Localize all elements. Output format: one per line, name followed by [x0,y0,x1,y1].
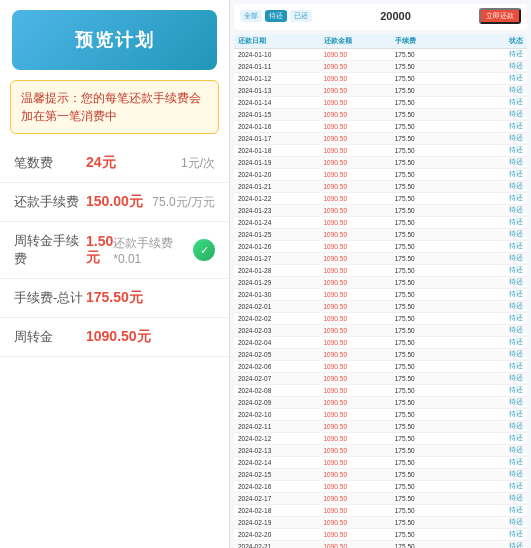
table-cell: 1090.50 [324,99,395,106]
table-cell: 待还 [466,470,523,479]
table-cell: 待还 [466,134,523,143]
table-cell: 待还 [466,110,523,119]
table-cell: 175.50 [395,183,466,190]
table-cell: 2024-01-26 [238,243,324,250]
data-table: 还款日期还款金额手续费状态 2024-01-101090.50175.50待还2… [234,34,527,548]
table-cell: 待还 [466,350,523,359]
table-cell: 1090.50 [324,435,395,442]
table-row: 2024-01-141090.50175.50待还 [234,97,527,109]
table-cell: 175.50 [395,375,466,382]
table-cell: 2024-02-01 [238,303,324,310]
table-cell: 1090.50 [324,543,395,548]
table-cell: 175.50 [395,435,466,442]
table-row: 2024-02-211090.50175.50待还 [234,541,527,548]
table-cell: 175.50 [395,291,466,298]
table-cell: 1090.50 [324,279,395,286]
table-cell: 2024-01-24 [238,219,324,226]
tab-已还[interactable]: 已还 [290,10,312,22]
table-cell: 待还 [466,254,523,263]
fee-unit: 1元/次 [181,155,215,172]
table-cell: 2024-01-22 [238,195,324,202]
table-cell: 2024-01-25 [238,231,324,238]
table-row: 2024-02-091090.50175.50待还 [234,397,527,409]
table-row: 2024-02-021090.50175.50待还 [234,313,527,325]
table-cell: 待还 [466,518,523,527]
table-row: 2024-01-191090.50175.50待还 [234,157,527,169]
table-cell: 2024-01-19 [238,159,324,166]
table-cell: 1090.50 [324,291,395,298]
table-cell: 待还 [466,290,523,299]
table-cell: 待还 [466,386,523,395]
table-cell: 1090.50 [324,327,395,334]
table-row: 2024-01-131090.50175.50待还 [234,85,527,97]
right-panel: 全部待还已还 20000 立即还款 还款日期还款金额手续费状态 2024-01-… [230,0,531,548]
table-cell: 175.50 [395,279,466,286]
plan-button[interactable]: 预览计划 [12,10,217,70]
table-cell: 175.50 [395,231,466,238]
table-cell: 待还 [466,398,523,407]
table-cell: 待还 [466,494,523,503]
table-cell: 1090.50 [324,267,395,274]
left-panel: 预览计划 温馨提示：您的每笔还款手续费会加在第一笔消费中 笔数费24元1元/次还… [0,0,230,548]
table-cell: 2024-02-20 [238,531,324,538]
fee-value: 1.50元 [86,233,113,267]
fee-row: 笔数费24元1元/次 [0,144,229,183]
table-cell: 待还 [466,434,523,443]
table-cell: 1090.50 [324,339,395,346]
table-cell: 175.50 [395,327,466,334]
table-cell: 175.50 [395,531,466,538]
table-cell: 175.50 [395,387,466,394]
warning-text: 温馨提示：您的每笔还款手续费会加在第一笔消费中 [21,91,201,123]
fee-label: 笔数费 [14,154,86,172]
fee-unit: 还款手续费*0.01 [113,235,187,266]
table-cell: 1090.50 [324,459,395,466]
table-cell: 2024-02-10 [238,411,324,418]
table-cell: 待还 [466,542,523,548]
amount-badge: 20000 [380,10,411,22]
table-cell: 2024-01-14 [238,99,324,106]
table-cell: 待还 [466,182,523,191]
table-cell: 1090.50 [324,183,395,190]
table-cell: 1090.50 [324,255,395,262]
table-cell: 1090.50 [324,231,395,238]
table-cell: 待还 [466,170,523,179]
column-header-2: 手续费 [395,36,466,46]
table-cell: 2024-02-17 [238,495,324,502]
table-cell: 2024-01-16 [238,123,324,130]
tab-待还[interactable]: 待还 [265,10,287,22]
tab-全部[interactable]: 全部 [240,10,262,22]
repay-button[interactable]: 立即还款 [479,8,521,24]
table-cell: 2024-01-12 [238,75,324,82]
table-row: 2024-01-211090.50175.50待还 [234,181,527,193]
table-cell: 2024-02-16 [238,483,324,490]
table-row: 2024-02-101090.50175.50待还 [234,409,527,421]
table-cell: 1090.50 [324,111,395,118]
table-cell: 待还 [466,422,523,431]
table-cell: 1090.50 [324,243,395,250]
table-cell: 175.50 [395,483,466,490]
table-cell: 2024-02-18 [238,507,324,514]
table-row: 2024-02-131090.50175.50待还 [234,445,527,457]
fee-row: 周转金手续费1.50元还款手续费*0.01✓ [0,222,229,279]
table-cell: 1090.50 [324,303,395,310]
fee-label: 周转金 [14,328,86,346]
table-cell: 1090.50 [324,207,395,214]
table-row: 2024-02-201090.50175.50待还 [234,529,527,541]
table-cell: 175.50 [395,339,466,346]
fee-row: 周转金1090.50元 [0,318,229,357]
table-cell: 待还 [466,146,523,155]
table-cell: 待还 [466,410,523,419]
table-cell: 1090.50 [324,363,395,370]
right-header-top: 全部待还已还 20000 立即还款 [240,8,521,24]
table-cell: 待还 [466,278,523,287]
table-cell: 175.50 [395,495,466,502]
table-row: 2024-01-301090.50175.50待还 [234,289,527,301]
table-row: 2024-01-281090.50175.50待还 [234,265,527,277]
table-cell: 2024-02-08 [238,387,324,394]
table-cell: 175.50 [395,315,466,322]
table-cell: 1090.50 [324,531,395,538]
table-cell: 待还 [466,242,523,251]
table-row: 2024-01-201090.50175.50待还 [234,169,527,181]
table-cell: 1090.50 [324,159,395,166]
table-cell: 175.50 [395,195,466,202]
